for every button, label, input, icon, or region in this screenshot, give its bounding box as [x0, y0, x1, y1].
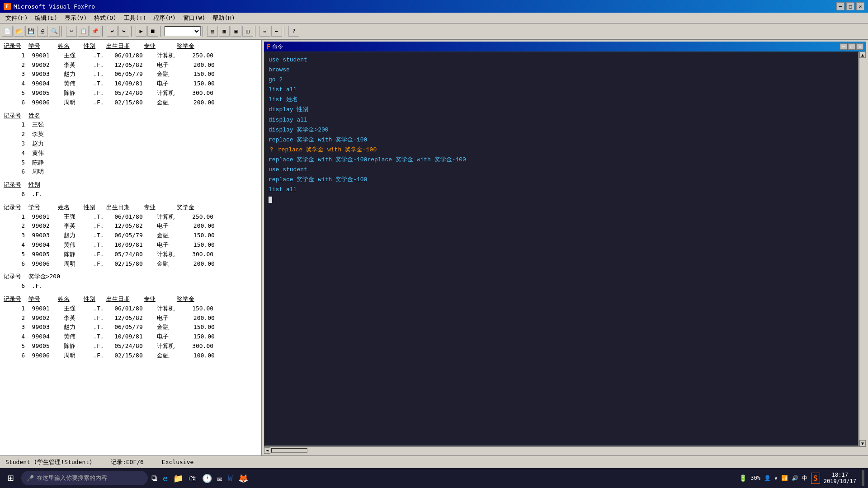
table-row: 3 赵力	[4, 139, 258, 149]
cmd-line: ？ replace 奖学金 with 奖学金-100	[269, 145, 854, 155]
close-button[interactable]: ✕	[856, 2, 864, 10]
hscroll-thumb[interactable]	[271, 448, 307, 453]
cut-button[interactable]: ✂	[66, 26, 77, 37]
search-bar[interactable]: 🎤 在这里输入你要搜索的内容	[21, 471, 148, 485]
system-tray: 🔋 30% 👤 ∧ 📶 🔊 中 S 18:17 2019/10/17	[739, 470, 864, 486]
app-icon: F	[4, 3, 11, 10]
maximize-button[interactable]: □	[846, 2, 854, 10]
table-row: 6 .F.	[4, 190, 258, 199]
menu-edit[interactable]: 编辑(E)	[31, 13, 61, 23]
cmd-line: use student	[269, 165, 854, 175]
table-row: 2 99002 李英 .F. 12/05/82 电子 200.00	[4, 314, 258, 323]
command-content[interactable]: use student browse go 2 list all list 姓名…	[264, 52, 859, 446]
run-button[interactable]: ▶	[136, 26, 146, 37]
windows-icon: ⊞	[7, 473, 14, 483]
cmd-scrollbar[interactable]: ▲ ▼	[859, 52, 866, 446]
display-all-section: 记录号 学号 姓名 性别 出生日期 专业 奖学金 1 99001 王强 .T. …	[4, 203, 258, 269]
window-controls: ─ □ ✕	[836, 2, 864, 10]
taskview-icon[interactable]: ⧉	[151, 473, 157, 483]
menu-help[interactable]: 帮助(H)	[209, 13, 238, 23]
form-btn2[interactable]: ▦	[219, 26, 230, 37]
word-icon[interactable]: W	[228, 474, 233, 483]
new-button[interactable]: 📄	[2, 26, 13, 37]
help-button[interactable]: ?	[288, 26, 299, 37]
menu-tools[interactable]: 工具(T)	[120, 13, 150, 23]
cmd-line: list 姓名	[269, 95, 854, 105]
table-row: 3 99003 赵力 .T. 06/05/79 金融 150.00	[4, 231, 258, 240]
menu-view[interactable]: 显示(V)	[61, 13, 90, 23]
clock: 18:17	[824, 472, 856, 478]
clock-icon[interactable]: 🕐	[202, 474, 212, 483]
folder-icon[interactable]: 📁	[173, 474, 183, 483]
redo-button[interactable]: ↪	[118, 26, 129, 37]
menu-file[interactable]: 文件(F)	[2, 13, 31, 23]
menu-window[interactable]: 窗口(W)	[179, 13, 209, 23]
cmd-line: use student	[269, 55, 854, 65]
display-award-section: 记录号 奖学金>200 6 .F.	[4, 272, 258, 291]
display-gender-header: 记录号 性别	[4, 180, 258, 190]
text-cursor	[269, 197, 272, 203]
cmd-line: display all	[269, 115, 854, 125]
output-panel[interactable]: 记录号 学号 姓名 性别 出生日期 专业 奖学金 1 99001 王强 .T. …	[0, 40, 262, 455]
cmd-line: display 性别	[269, 105, 854, 115]
tray-icon-power: 🔋	[739, 474, 747, 482]
menu-program[interactable]: 程序(P)	[150, 13, 179, 23]
show-desktop[interactable]	[862, 470, 864, 486]
hscroll-left[interactable]: ◄	[264, 447, 270, 454]
table-row: 5 陈静	[4, 158, 258, 168]
cmd-close[interactable]: ✕	[856, 43, 863, 50]
list-all-header: 记录号 学号 姓名 性别 出生日期 专业 奖学金	[4, 42, 258, 51]
menu-format[interactable]: 格式(O)	[90, 13, 120, 23]
taskbar-icons: ⧉ e 📁 🛍 🕐 ✉ W 🦊	[151, 473, 248, 483]
start-button[interactable]: ⊞	[4, 471, 18, 485]
cmd-line: list all	[269, 185, 854, 195]
save-button[interactable]: 💾	[25, 26, 36, 37]
tray-icon-arrow[interactable]: ∧	[774, 475, 778, 481]
cmd-line: replace 奖学金 with 奖学金-100replace 奖学金 with…	[269, 155, 854, 165]
time-display: 18:17 2019/10/17	[824, 472, 856, 484]
scroll-down[interactable]: ▼	[859, 440, 866, 446]
form-btn4[interactable]: ◫	[242, 26, 253, 37]
cmd-line: replace 奖学金 with 奖学金-100	[269, 175, 854, 185]
paste-button[interactable]: 📌	[90, 26, 100, 37]
cmd-line: browse	[269, 65, 854, 75]
table-row: 1 99001 王强 .T. 06/01/80 计算机 250.00	[4, 51, 258, 61]
cmd-title-text: 命令	[272, 43, 840, 51]
object-combo[interactable]	[165, 26, 201, 36]
copy-button[interactable]: 📋	[78, 26, 89, 37]
tray-icon-sound: 🔊	[792, 475, 798, 481]
table-row: 1 99001 王强 .T. 06/01/80 计算机 150.00	[4, 304, 258, 314]
table-row: 5 99005 陈静 .F. 05/24/80 计算机 300.00	[4, 342, 258, 351]
form-btn1[interactable]: ▤	[207, 26, 218, 37]
print-button[interactable]: 🖨	[37, 26, 48, 37]
table-row: 2 99002 李英 .F. 12/05/82 电子 200.00	[4, 221, 258, 231]
tb-sep1	[61, 26, 64, 37]
list-all-after-header: 记录号 学号 姓名 性别 出生日期 专业 奖学金	[4, 295, 258, 304]
open-button[interactable]: 📂	[14, 26, 24, 37]
scroll-up[interactable]: ▲	[859, 52, 866, 58]
minimize-button[interactable]: ─	[836, 2, 844, 10]
tb-sep2	[102, 26, 105, 37]
list-name-section: 记录号 姓名 1 王强 2 李英 3 赵力 4 黄伟 5 陈静 6 周明	[4, 111, 258, 177]
mail-icon[interactable]: ✉	[217, 474, 222, 483]
scroll-track[interactable]	[859, 58, 866, 440]
preview-button[interactable]: 🔍	[49, 26, 60, 37]
undo-button[interactable]: ↩	[107, 26, 118, 37]
status-mode: Exclusive	[162, 459, 193, 465]
table-row: 4 黄伟	[4, 149, 258, 158]
table-row: 1 99001 王强 .T. 06/01/80 计算机 250.00	[4, 212, 258, 222]
stop-button[interactable]: ⏹	[147, 26, 158, 37]
edit-btn1[interactable]: ✏	[259, 26, 270, 37]
edge-icon[interactable]: e	[163, 474, 168, 483]
fox-icon[interactable]: 🦊	[238, 474, 248, 483]
store-icon[interactable]: 🛍	[189, 474, 197, 483]
cmd-hscrollbar[interactable]: ◄	[264, 446, 866, 454]
cmd-line: list all	[269, 85, 854, 95]
edit-btn2[interactable]: ✒	[271, 26, 282, 37]
table-row: 3 99003 赵力 .T. 06/05/79 金融 150.00	[4, 70, 258, 79]
cmd-minimize[interactable]: ─	[840, 43, 847, 50]
form-btn3[interactable]: ▣	[231, 26, 241, 37]
cmd-maximize[interactable]: □	[848, 43, 855, 50]
table-row: 3 99003 赵力 .T. 06/05/79 金融 150.00	[4, 323, 258, 332]
table-row: 6 99006 周明 .F. 02/15/80 金融 200.00	[4, 259, 258, 269]
